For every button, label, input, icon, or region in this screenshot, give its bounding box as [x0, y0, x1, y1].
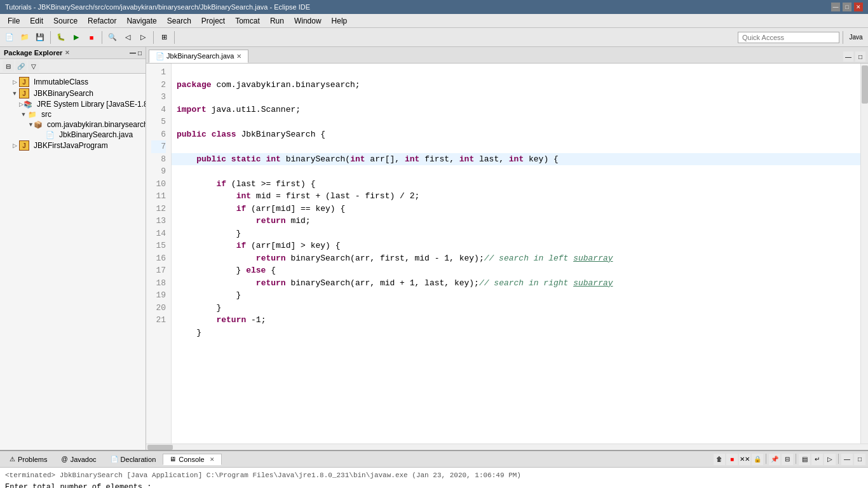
- toolbar-stop[interactable]: ■: [85, 30, 98, 44]
- console-display-btn[interactable]: ▤: [799, 454, 810, 465]
- menu-help[interactable]: Help: [327, 15, 353, 27]
- editor-minimize-btn[interactable]: —: [843, 51, 853, 62]
- toolbar-new[interactable]: 📄: [3, 30, 17, 44]
- pe-icon-jbkfile: 📄: [46, 131, 55, 139]
- console-line-1: Enter total number of elements :: [5, 482, 863, 488]
- pe-icon-jbkbinarysearch: J: [19, 88, 29, 98]
- console-maximize-btn[interactable]: □: [854, 454, 865, 465]
- console-scroll-lock-btn[interactable]: 🔒: [752, 454, 763, 465]
- minimize-button[interactable]: —: [831, 3, 840, 11]
- toolbar-separator-2: [102, 31, 102, 44]
- console-content[interactable]: <terminated> JbkBinarySearch [Java Appli…: [0, 468, 868, 488]
- pe-maximize-btn[interactable]: □: [138, 50, 142, 57]
- pe-arrow-jbkfirstjava: ▷: [10, 142, 19, 149]
- pe-collapse-all[interactable]: ⊟: [3, 60, 14, 72]
- toolbar-forward[interactable]: ▷: [136, 30, 150, 44]
- bottom-tab-declaration-label: Declaration: [121, 456, 156, 463]
- menu-file[interactable]: File: [3, 15, 25, 27]
- console-terminate-btn[interactable]: ■: [726, 454, 738, 465]
- code-content[interactable]: package com.javabykiran.binarysearch; im…: [172, 64, 860, 444]
- menu-tomcat[interactable]: Tomcat: [230, 15, 265, 27]
- pe-icon-jre: 📚: [24, 100, 32, 109]
- maximize-button[interactable]: □: [843, 3, 851, 11]
- bottom-tab-problems[interactable]: ⚠ Problems: [3, 454, 54, 465]
- menu-refactor[interactable]: Refactor: [83, 15, 121, 27]
- editor-area: 📄 JbkBinarySearch.java ✕ — □ 1 2 3 4 5 6…: [146, 47, 868, 450]
- editor-hscrollbar[interactable]: [146, 444, 868, 450]
- pe-item-jbkbinarysearch-project[interactable]: ▼ J JBKBinarySearch: [0, 88, 146, 99]
- pe-close-icon[interactable]: ✕: [65, 50, 70, 56]
- pe-item-src[interactable]: ▼ 📁 src: [0, 109, 146, 119]
- editor-tab-controls: — □: [843, 51, 865, 63]
- console-minimize-btn[interactable]: —: [841, 454, 853, 465]
- pe-item-package[interactable]: ▼ 📦 com.javabykiran.binarysearch: [0, 119, 146, 130]
- pe-icon-jbkfirstjava: J: [19, 140, 29, 151]
- pe-item-jbkfile[interactable]: 📄 JbkBinarySearch.java: [0, 130, 146, 140]
- toolbar-debug[interactable]: 🐛: [54, 30, 68, 44]
- close-button[interactable]: ✕: [854, 3, 863, 11]
- menu-navigate[interactable]: Navigate: [121, 15, 161, 27]
- editor-tab-jbkbinarysearch[interactable]: 📄 JbkBinarySearch.java ✕: [149, 50, 248, 63]
- bottom-tab-console-label: Console: [179, 456, 204, 463]
- pe-item-immutableclass[interactable]: ▷ J ImmutableClass: [0, 76, 146, 88]
- pe-item-jre[interactable]: ▷ 📚 JRE System Library [JavaSE-1.8]: [0, 99, 146, 109]
- menu-search[interactable]: Search: [162, 15, 196, 27]
- console-remove-btn[interactable]: ✕✕: [739, 454, 750, 465]
- console-view-btn[interactable]: ⊟: [782, 454, 793, 465]
- bottom-tab-problems-label: Problems: [18, 456, 47, 463]
- editor-scrollbar[interactable]: [860, 64, 868, 444]
- pe-title: Package Explorer: [4, 49, 62, 57]
- toolbar-search[interactable]: 🔍: [105, 30, 119, 44]
- pe-label-src: src: [41, 110, 51, 119]
- pe-label-jbkfile: JbkBinarySearch.java: [59, 130, 133, 139]
- toolbar-java-perspective[interactable]: Java: [846, 30, 865, 44]
- toolbar-save[interactable]: 💾: [33, 30, 47, 44]
- menu-bar: File Edit Source Refactor Navigate Searc…: [0, 14, 868, 28]
- console-clear-btn[interactable]: 🗑: [714, 454, 725, 465]
- code-editor[interactable]: 1 2 3 4 5 6 7 8 9 10 11 12 13 14 15 16 1…: [146, 64, 868, 444]
- editor-maximize-btn[interactable]: □: [855, 51, 865, 62]
- menu-edit[interactable]: Edit: [25, 15, 48, 27]
- menu-window[interactable]: Window: [289, 15, 327, 27]
- console-next-btn[interactable]: ▷: [824, 454, 836, 465]
- toolbar: 📄 📁 💾 🐛 ▶ ■ 🔍 ◁ ▷ ⊞ Java: [0, 28, 868, 47]
- pe-minimize-btn[interactable]: —: [130, 50, 136, 57]
- title-bar: Tutorials - JBKBinarySearch/src/com/java…: [0, 0, 868, 14]
- pe-label-jre: JRE System Library [JavaSE-1.8]: [37, 100, 146, 109]
- pe-header-left: Package Explorer ✕: [4, 49, 70, 57]
- hscroll-thumb[interactable]: [147, 445, 173, 450]
- bottom-tabs: ⚠ Problems @ Javadoc 📄 Declaration 🖥 Con…: [0, 451, 868, 468]
- bottom-tab-javadoc-label: Javadoc: [71, 456, 97, 463]
- quick-access-input[interactable]: [738, 32, 839, 43]
- menu-run[interactable]: Run: [265, 15, 289, 27]
- javadoc-icon: @: [61, 456, 67, 463]
- bottom-tab-javadoc[interactable]: @ Javadoc: [54, 454, 103, 465]
- pe-arrow-src: ▼: [19, 111, 28, 118]
- title-controls: — □ ✕: [831, 3, 863, 11]
- toolbar-back[interactable]: ◁: [121, 30, 135, 44]
- bottom-tab-console[interactable]: 🖥 Console ✕: [163, 454, 221, 465]
- console-sep3: [838, 454, 839, 464]
- menu-project[interactable]: Project: [196, 15, 230, 27]
- scrollbar-thumb[interactable]: [862, 65, 868, 104]
- toolbar-perspective[interactable]: ⊞: [157, 30, 171, 44]
- pe-item-jbkfirstjava[interactable]: ▷ J JBKFirstJavaProgram: [0, 140, 146, 151]
- bottom-tab-declaration[interactable]: 📄 Declaration: [104, 454, 163, 465]
- bottom-tab-controls: 🗑 ■ ✕✕ 🔒 📌 ⊟ ▤ ↵ ▷ — □: [714, 454, 865, 465]
- console-icon: 🖥: [170, 456, 176, 463]
- pe-link-with-editor[interactable]: 🔗: [15, 60, 27, 72]
- console-word-wrap-btn[interactable]: ↵: [811, 454, 823, 465]
- pe-icon-src: 📁: [28, 111, 37, 119]
- editor-tabs: 📄 JbkBinarySearch.java ✕ — □: [146, 47, 868, 64]
- console-pin-btn[interactable]: 📌: [769, 454, 780, 465]
- pe-view-menu[interactable]: ▽: [28, 60, 39, 72]
- console-close-icon[interactable]: ✕: [210, 456, 215, 463]
- problems-icon: ⚠: [10, 456, 15, 463]
- editor-tab-label: 📄 JbkBinarySearch.java: [156, 52, 234, 60]
- toolbar-open[interactable]: 📁: [18, 30, 32, 44]
- toolbar-run[interactable]: ▶: [69, 30, 83, 44]
- main-layout: Package Explorer ✕ — □ ⊟ 🔗 ▽ ▷ J Immutab…: [0, 47, 868, 450]
- toolbar-separator-4: [174, 31, 175, 44]
- editor-tab-close[interactable]: ✕: [236, 53, 241, 60]
- menu-source[interactable]: Source: [48, 15, 83, 27]
